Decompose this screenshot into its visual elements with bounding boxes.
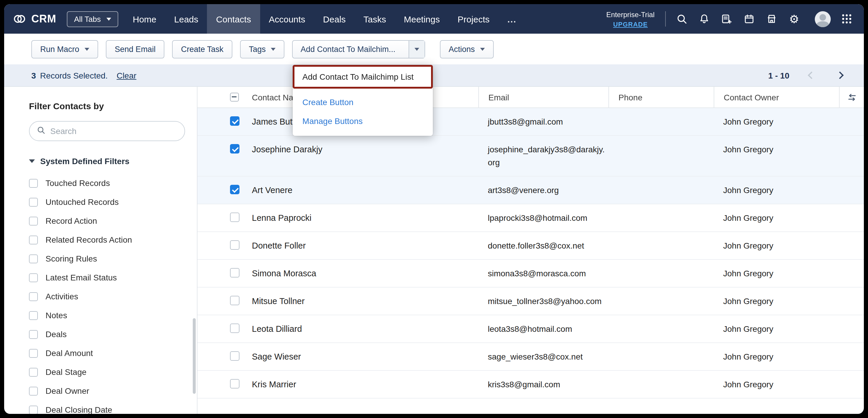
column-header-email[interactable]: Email: [478, 87, 609, 107]
contact-name-cell[interactable]: Leota Dilliard: [242, 315, 478, 342]
filter-checkbox[interactable]: [29, 330, 38, 339]
contact-name-cell[interactable]: Kris Marrier: [242, 371, 478, 398]
table-row[interactable]: Josephine Darakjy josephine_darakjy3s8@d…: [197, 136, 864, 177]
dropdown-link[interactable]: Create Button: [303, 97, 424, 107]
dropdown-item-add-contact-to-mailchimp-list[interactable]: Add Contact To Mailchimp List: [293, 65, 433, 88]
settings-gear-icon[interactable]: ⚙: [787, 12, 801, 25]
table-row[interactable]: Sage Wieser sage_wieser3s8@cox.net John …: [197, 343, 864, 371]
filter-checkbox[interactable]: [29, 179, 38, 187]
nav-item[interactable]: Meetings: [395, 4, 449, 34]
filter-item[interactable]: Untouched Records: [29, 193, 185, 211]
filter-checkbox[interactable]: [29, 386, 38, 395]
row-spacer-cell: [839, 343, 864, 370]
add-to-mailchimp-button[interactable]: Add Contact To Mailchim... Add Contact T…: [292, 40, 425, 58]
marketplace-icon[interactable]: [765, 12, 778, 25]
filter-item[interactable]: Deal Amount: [29, 344, 185, 362]
row-checkbox[interactable]: [230, 185, 240, 194]
nav-item[interactable]: Home: [124, 4, 165, 34]
apps-grid-icon[interactable]: [840, 12, 853, 25]
filter-checkbox[interactable]: [29, 405, 38, 414]
filter-item[interactable]: Deal Owner: [29, 381, 185, 400]
search-icon[interactable]: [675, 12, 688, 25]
filter-item[interactable]: Notes: [29, 306, 185, 325]
contact-name-cell[interactable]: Donette Foller: [242, 232, 478, 259]
contact-name-cell[interactable]: Art Venere: [242, 177, 478, 204]
filter-checkbox[interactable]: [29, 311, 38, 320]
nav-item[interactable]: Tasks: [354, 4, 395, 34]
filter-item[interactable]: Deal Stage: [29, 362, 185, 381]
contact-name-cell[interactable]: Josephine Darakjy: [242, 136, 478, 176]
select-all-checkbox-indeterminate[interactable]: [230, 93, 239, 102]
filter-item[interactable]: Touched Records: [29, 174, 185, 193]
table-row[interactable]: Leota Dilliard leota3s8@hotmail.com John…: [197, 315, 864, 343]
nav-item[interactable]: Leads: [165, 4, 207, 34]
email-cell: sage_wieser3s8@cox.net: [478, 343, 609, 370]
table-row[interactable]: Simona Morasca simona3s8@morasca.com Joh…: [197, 260, 864, 287]
user-avatar[interactable]: [815, 11, 831, 27]
filter-checkbox[interactable]: [29, 254, 38, 263]
contact-name-cell[interactable]: Simona Morasca: [242, 260, 478, 287]
send-email-button[interactable]: Send Email: [106, 40, 164, 58]
contact-name-cell[interactable]: Mitsue Tollner: [242, 287, 478, 315]
contact-name-cell[interactable]: Sage Wieser: [242, 343, 478, 370]
table-row[interactable]: Mitsue Tollner mitsue_tollner3s8@yahoo.c…: [197, 287, 864, 315]
all-tabs-dropdown[interactable]: All Tabs: [67, 11, 118, 27]
actions-button[interactable]: Actions: [440, 40, 494, 58]
dropdown-link[interactable]: Manage Buttons: [303, 116, 424, 126]
upgrade-link[interactable]: UPGRADE: [613, 21, 648, 28]
tags-button[interactable]: Tags: [240, 40, 285, 58]
nav-item[interactable]: Projects: [449, 4, 498, 34]
prev-page-button[interactable]: [805, 69, 818, 82]
compose-icon[interactable]: [720, 12, 733, 25]
system-defined-filters-header[interactable]: System Defined Filters: [29, 156, 185, 166]
table-row[interactable]: Kris Marrier kris3s8@gmail.com John Greg…: [197, 371, 864, 398]
filter-checkbox[interactable]: [29, 235, 38, 244]
filter-checkbox[interactable]: [29, 216, 38, 225]
contact-name-cell[interactable]: Lenna Paprocki: [242, 204, 478, 232]
column-header-phone[interactable]: Phone: [609, 87, 714, 107]
filter-item[interactable]: Deals: [29, 325, 185, 344]
filter-item[interactable]: Record Action: [29, 211, 185, 230]
calendar-icon[interactable]: [743, 12, 756, 25]
filter-item[interactable]: Scoring Rules: [29, 249, 185, 268]
filter-checkbox[interactable]: [29, 273, 38, 282]
filter-checkbox[interactable]: [29, 349, 38, 357]
table-row[interactable]: Art Venere art3s8@venere.org John Gregor…: [197, 177, 864, 204]
filter-item[interactable]: Related Records Action: [29, 230, 185, 249]
filter-search-input[interactable]: [50, 126, 177, 136]
column-header-contact-owner[interactable]: Contact Owner: [714, 87, 839, 107]
nav-item[interactable]: Deals: [314, 4, 355, 34]
filter-item[interactable]: Activities: [29, 287, 185, 306]
sidebar-scrollbar-thumb[interactable]: [193, 318, 196, 394]
row-checkbox[interactable]: [230, 116, 240, 126]
create-task-button[interactable]: Create Task: [172, 40, 232, 58]
table-row[interactable]: Donette Foller donette.foller3s8@cox.net…: [197, 232, 864, 260]
filter-checkbox[interactable]: [29, 368, 38, 376]
owner-cell: John Gregory: [714, 108, 839, 135]
row-checkbox[interactable]: [230, 268, 240, 277]
nav-item[interactable]: Contacts: [207, 4, 260, 34]
email-cell: mitsue_tollner3s8@yahoo.com: [478, 287, 609, 315]
filter-item[interactable]: Deal Closing Date: [29, 400, 185, 414]
nav-more-button[interactable]: ...: [498, 4, 525, 34]
filter-checkbox[interactable]: [29, 292, 38, 301]
filter-item[interactable]: Latest Email Status: [29, 268, 185, 287]
clear-selection-link[interactable]: Clear: [117, 71, 136, 80]
filter-checkbox[interactable]: [29, 198, 38, 206]
row-checkbox[interactable]: [230, 240, 240, 250]
row-checkbox[interactable]: [230, 213, 240, 222]
table-row[interactable]: Lenna Paprocki lpaprocki3s8@hotmail.com …: [197, 204, 864, 232]
add-to-mailchimp-label[interactable]: Add Contact To Mailchim...: [293, 40, 403, 58]
row-checkbox[interactable]: [230, 379, 240, 388]
row-checkbox[interactable]: [230, 144, 240, 153]
notifications-bell-icon[interactable]: [698, 12, 711, 25]
run-macro-button[interactable]: Run Macro: [31, 40, 98, 58]
row-checkbox[interactable]: [230, 323, 240, 333]
next-page-button[interactable]: [833, 69, 846, 82]
row-checkbox[interactable]: [230, 296, 240, 305]
mailchimp-dropdown-arrow[interactable]: [408, 40, 424, 58]
column-customize-icon[interactable]: [839, 87, 864, 107]
nav-item[interactable]: Accounts: [260, 4, 314, 34]
row-checkbox[interactable]: [230, 351, 240, 361]
filter-label: Deal Owner: [45, 386, 89, 395]
